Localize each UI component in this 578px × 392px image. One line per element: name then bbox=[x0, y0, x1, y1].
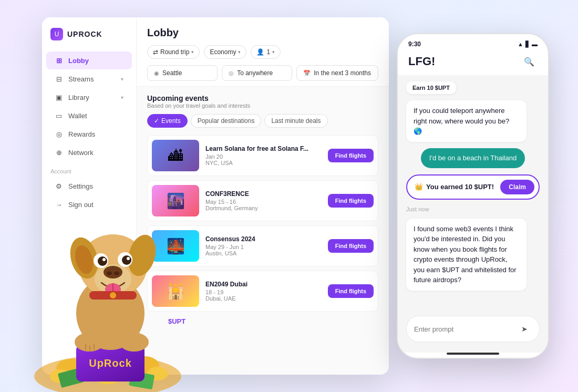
passengers-filter[interactable]: 👤 1 ▾ bbox=[251, 45, 281, 59]
status-time: 9:30 bbox=[408, 40, 421, 48]
input-row: ➤ bbox=[406, 316, 540, 342]
event-name: EN2049 Dubai bbox=[205, 281, 322, 288]
logo-icon: U bbox=[50, 28, 63, 40]
calendar-icon: 📅 bbox=[303, 70, 311, 77]
network-icon: ⊕ bbox=[55, 148, 63, 157]
logo-text: UPROCK bbox=[67, 30, 102, 38]
find-flights-button[interactable]: Find flights bbox=[328, 149, 374, 162]
sidebar-item-network[interactable]: ⊕ Network bbox=[46, 143, 132, 161]
tab-last-minute[interactable]: Last minute deals bbox=[264, 114, 327, 128]
svg-point-24 bbox=[107, 272, 112, 275]
cabin-filter[interactable]: Economy ▾ bbox=[204, 45, 246, 59]
reward-text: 👑 You earned 10 $UPT! bbox=[415, 183, 494, 191]
checkmark-icon: ✓ bbox=[154, 117, 159, 125]
svg-point-35 bbox=[110, 292, 116, 298]
event-location: NYC, USA bbox=[205, 160, 322, 166]
prompt-input[interactable] bbox=[414, 325, 512, 333]
svg-text:UpRock: UpRock bbox=[89, 357, 132, 369]
svg-point-25 bbox=[114, 272, 119, 275]
wifi-icon: ▲ bbox=[518, 41, 523, 47]
sidebar-item-label: Lobby bbox=[68, 57, 89, 65]
date-value: In the next 3 months bbox=[314, 69, 371, 77]
rewards-icon: ◎ bbox=[55, 130, 63, 138]
app-title: LFG! bbox=[408, 55, 435, 68]
page-title: Lobby bbox=[147, 27, 378, 39]
event-info: Learn Solana for free at Solana F... Jan… bbox=[205, 145, 322, 166]
app-logo: U UPROCK bbox=[42, 28, 136, 51]
event-info: Consensus 2024 May 29 - Jun 1 Austin, US… bbox=[205, 235, 322, 256]
reward-banner: 👑 You earned 10 $UPT! Claim bbox=[406, 174, 540, 200]
sidebar-item-label: Network bbox=[68, 149, 94, 157]
sidebar-item-streams[interactable]: ⊟ Streams ▾ bbox=[46, 70, 132, 88]
to-value: To anywhere bbox=[237, 69, 273, 77]
mobile-phone: 9:30 ▲ ▋ ▬ LFG! 🔍 Earn 10 $UPT If you co… bbox=[397, 33, 549, 359]
search-icon[interactable]: 🔍 bbox=[521, 53, 538, 70]
message-timestamp: Just now bbox=[406, 206, 429, 212]
home-indicator bbox=[447, 353, 499, 355]
chevron-icon: ▾ bbox=[191, 49, 194, 55]
event-location: Dortmund, Germany bbox=[205, 205, 322, 211]
filter-tabs: ✓ Events Popular destinations Last minut… bbox=[147, 114, 378, 128]
sidebar-item-wallet[interactable]: ▭ Wallet bbox=[46, 107, 132, 125]
search-row: ◉ Seattle ◎ To anywhere 📅 In the next 3 … bbox=[147, 65, 378, 81]
streams-icon: ⊟ bbox=[55, 75, 63, 83]
sidebar-item-lobby[interactable]: ⊞ Lobby bbox=[46, 51, 132, 69]
sidebar-item-label: Streams bbox=[68, 75, 94, 83]
passenger-icon: 👤 bbox=[256, 48, 264, 56]
events-title: Upcoming events bbox=[147, 94, 378, 102]
sidebar-item-label: Library bbox=[68, 94, 89, 101]
claim-button[interactable]: Claim bbox=[500, 180, 534, 194]
from-field[interactable]: ◉ Seattle bbox=[147, 65, 218, 81]
event-date: May 29 - Jun 1 bbox=[205, 244, 322, 250]
wallet-icon: ▭ bbox=[55, 111, 63, 120]
svg-point-37 bbox=[119, 333, 149, 352]
bot-message: If you could teleport anywhere right now… bbox=[406, 100, 527, 142]
tab-popular-destinations[interactable]: Popular destinations bbox=[191, 114, 262, 128]
destination-icon: ◎ bbox=[229, 70, 234, 77]
round-trip-icon: ⇄ bbox=[153, 48, 158, 56]
passengers-count: 1 bbox=[266, 48, 270, 56]
sidebar-nav: ⊞ Lobby ⊟ Streams ▾ ▣ Library ▾ ▭ Wallet… bbox=[42, 51, 136, 161]
event-info: CONF3RENCE May 15 - 16 Dortmund, Germany bbox=[205, 190, 322, 211]
chat-area: Earn 10 $UPT If you could teleport anywh… bbox=[398, 75, 548, 311]
trip-type-filter[interactable]: ⇄ Round trip ▾ bbox=[147, 45, 200, 59]
event-date: 18 - 19 bbox=[205, 289, 322, 295]
phone-header: LFG! 🔍 bbox=[398, 51, 548, 75]
chevron-down-icon: ▾ bbox=[121, 95, 123, 100]
svg-point-29 bbox=[122, 255, 131, 265]
sidebar-item-rewards[interactable]: ◎ Rewards bbox=[46, 125, 132, 143]
cabin-label: Economy bbox=[210, 48, 236, 56]
svg-point-28 bbox=[98, 256, 107, 266]
event-name: Consensus 2024 bbox=[205, 235, 322, 243]
send-button[interactable]: ➤ bbox=[517, 322, 532, 336]
event-date: Jan 20 bbox=[205, 153, 322, 160]
events-subtitle: Based on your travel goals and interests bbox=[147, 102, 378, 109]
sidebar-item-library[interactable]: ▣ Library ▾ bbox=[46, 88, 132, 106]
event-card: Learn Solana for free at Solana F... Jan… bbox=[147, 135, 378, 176]
svg-point-30 bbox=[102, 258, 106, 261]
date-field[interactable]: 📅 In the next 3 months bbox=[296, 65, 378, 81]
trip-type-label: Round trip bbox=[160, 48, 189, 56]
event-location: Austin, USA bbox=[205, 250, 322, 256]
search-filters: ⇄ Round trip ▾ Economy ▾ 👤 1 ▾ bbox=[147, 45, 378, 59]
user-message: I'd be on a beach in Thailand bbox=[421, 148, 525, 168]
library-icon: ▣ bbox=[55, 93, 63, 101]
sidebar-item-label: Rewards bbox=[68, 130, 95, 138]
tab-events[interactable]: ✓ Events bbox=[147, 114, 188, 128]
event-name: CONF3RENCE bbox=[205, 190, 322, 198]
find-flights-button[interactable]: Find flights bbox=[328, 284, 374, 298]
find-flights-button[interactable]: Find flights bbox=[328, 194, 374, 208]
lobby-icon: ⊞ bbox=[55, 56, 63, 65]
event-image bbox=[152, 140, 199, 171]
to-field[interactable]: ◎ To anywhere bbox=[222, 65, 292, 81]
svg-text:$UPT: $UPT bbox=[168, 317, 185, 325]
chevron-icon: ▾ bbox=[238, 49, 241, 55]
chevron-icon: ▾ bbox=[272, 49, 275, 55]
account-section-label: Account bbox=[42, 162, 136, 177]
crown-icon: 👑 bbox=[415, 183, 423, 191]
event-info: EN2049 Dubai 18 - 19 Dubai, UAE bbox=[205, 281, 322, 302]
event-location: Dubai, UAE bbox=[205, 295, 322, 302]
event-name: Learn Solana for free at Solana F... bbox=[205, 145, 322, 152]
find-flights-button[interactable]: Find flights bbox=[328, 239, 374, 253]
page-header: Lobby ⇄ Round trip ▾ Economy ▾ 👤 1 ▾ bbox=[137, 17, 389, 87]
